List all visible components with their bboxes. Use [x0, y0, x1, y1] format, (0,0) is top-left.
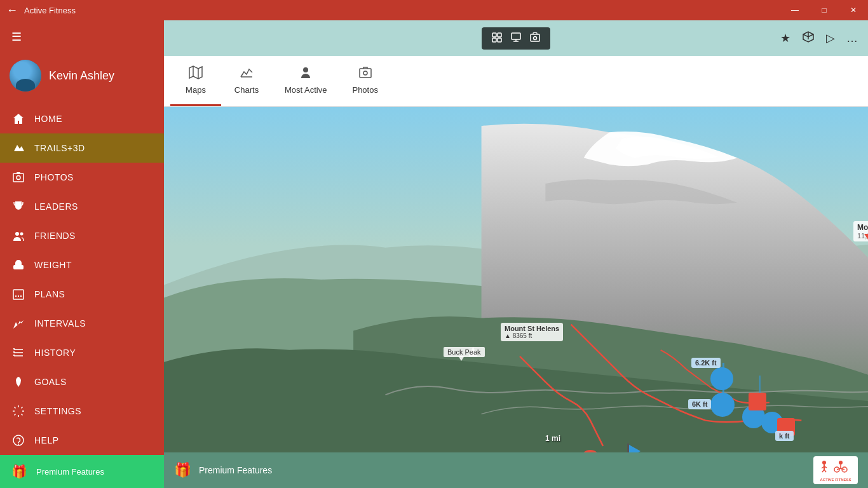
mount-st-helens-label: Mount St Helens ▲ 8365 ft: [501, 323, 563, 341]
tab-photos-label: Photos: [352, 85, 377, 95]
more-button[interactable]: …: [846, 32, 858, 45]
hamburger-button[interactable]: ☰: [0, 20, 164, 53]
tool-view-button[interactable]: [507, 31, 525, 46]
distance-label-1: 1 mi: [545, 434, 560, 443]
plans-icon: [11, 287, 25, 301]
star-button[interactable]: ★: [780, 31, 790, 45]
settings-icon: [11, 404, 25, 418]
svg-point-24: [363, 71, 367, 75]
sidebar-item-settings[interactable]: SETTINGS: [0, 396, 164, 426]
svg-point-13: [18, 444, 19, 445]
sidebar-item-history[interactable]: HISTORY: [0, 338, 164, 367]
svg-point-3: [15, 232, 19, 236]
svg-point-38: [839, 461, 843, 464]
sidebar-item-leaders[interactable]: LEADERS: [0, 192, 164, 221]
charts-tab-icon: [240, 65, 254, 83]
trophy-icon: [11, 200, 25, 214]
flag-marker[interactable]: [618, 444, 641, 452]
sidebar-item-leaders-label: LEADERS: [34, 201, 78, 212]
sidebar-item-home[interactable]: Home: [0, 104, 164, 133]
svg-rect-23: [360, 69, 371, 78]
premium-text-bottom: Premium Features: [199, 465, 272, 475]
weight-icon: [11, 258, 25, 272]
svg-rect-19: [531, 34, 539, 41]
close-button[interactable]: ✕: [839, 0, 868, 20]
svg-point-6: [18, 267, 19, 268]
user-section: Kevin Ashley: [0, 53, 164, 104]
svg-rect-18: [512, 33, 520, 39]
tab-most-active[interactable]: Most Active: [272, 56, 339, 106]
tool-photo-button[interactable]: [526, 31, 544, 46]
svg-rect-14: [492, 33, 496, 37]
sidebar-item-plans[interactable]: PLANS: [0, 280, 164, 309]
svg-text:ACTIVE FITNESS: ACTIVE FITNESS: [820, 478, 851, 482]
svg-point-22: [303, 67, 308, 72]
back-button[interactable]: ←: [6, 4, 18, 17]
sidebar: ☰ Kevin Ashley Home: [0, 20, 164, 488]
most-active-tab-icon: [299, 65, 313, 83]
tab-charts[interactable]: Charts: [221, 56, 272, 106]
svg-rect-17: [498, 38, 501, 42]
help-icon: [11, 433, 25, 447]
sidebar-item-help[interactable]: HELP: [0, 426, 164, 455]
sidebar-item-settings-label: SETTINGS: [34, 406, 81, 416]
map-area[interactable]: 1 mi 1 mi 1 mi 1 mi 1 mi 6.2K ft 6K ft k…: [164, 107, 868, 452]
sidebar-item-trails3d[interactable]: TRAILS+3D: [0, 133, 164, 163]
tab-photos[interactable]: Photos: [339, 56, 390, 106]
sidebar-item-photos[interactable]: PHOTOS: [0, 163, 164, 192]
sidebar-item-weight[interactable]: WEIGHT: [0, 250, 164, 280]
elevation-label-2: 6K ft: [688, 399, 711, 409]
photos-icon: [11, 170, 25, 184]
share-button[interactable]: ▷: [826, 31, 835, 45]
sidebar-item-plans-label: PLANS: [34, 289, 65, 299]
nav-items: Home TRAILS+3D PHOTOS: [0, 104, 164, 455]
sidebar-item-intervals[interactable]: INTERVALS: [0, 309, 164, 338]
svg-point-20: [534, 36, 537, 39]
mount-hood-arrow: [864, 234, 868, 241]
sidebar-item-trails3d-label: TRAILS+3D: [34, 143, 85, 153]
main-layout: ☰ Kevin Ashley Home: [0, 20, 868, 488]
topbar: ★ ▷ …: [164, 20, 868, 56]
svg-rect-0: [13, 173, 24, 182]
svg-point-32: [822, 461, 826, 464]
marker-red-square-1[interactable]: [749, 393, 766, 410]
buck-peak-arrow: [458, 356, 465, 361]
sidebar-item-friends-label: FRIENDS: [34, 231, 76, 241]
premium-label-sidebar: Premium Features: [36, 467, 104, 477]
premium-section-sidebar[interactable]: 🎁 Premium Features: [0, 455, 164, 488]
svg-rect-10: [13, 355, 15, 356]
bottombar: 🎁 Premium Features: [164, 452, 868, 488]
svg-rect-7: [13, 290, 24, 299]
svg-rect-16: [492, 38, 496, 42]
maximize-button[interactable]: □: [810, 0, 839, 20]
minimize-button[interactable]: —: [780, 0, 810, 20]
cube-button[interactable]: [802, 30, 815, 46]
sidebar-item-photos-label: PHOTOS: [34, 172, 74, 182]
sidebar-item-intervals-label: INTERVALS: [34, 318, 86, 329]
sidebar-item-friends[interactable]: FRIENDS: [0, 221, 164, 250]
svg-rect-29: [627, 444, 629, 452]
elevation-label-3: k ft: [775, 431, 794, 441]
svg-point-1: [17, 176, 20, 180]
sidebar-item-goals[interactable]: GOALS: [0, 367, 164, 396]
tool-select-button[interactable]: [488, 31, 506, 46]
goals-icon: [11, 375, 25, 389]
svg-point-4: [20, 233, 24, 236]
marker-blue-2[interactable]: [710, 393, 735, 417]
content-area: ★ ▷ … Maps: [164, 20, 868, 488]
marker-blue-1[interactable]: [710, 367, 733, 390]
tab-charts-label: Charts: [234, 85, 259, 95]
trails-icon: [11, 141, 25, 155]
photos-tab-icon: [358, 65, 372, 83]
sidebar-item-goals-label: GOALS: [34, 377, 67, 387]
app-title: Active Fitness: [24, 6, 76, 15]
tool-group: [482, 27, 550, 50]
sidebar-item-home-label: Home: [34, 114, 62, 124]
tabbar: Maps Charts Most Active: [164, 56, 868, 107]
home-icon: [11, 112, 25, 126]
svg-marker-30: [629, 445, 641, 452]
sidebar-item-weight-label: WEIGHT: [34, 260, 72, 270]
history-icon: [11, 346, 25, 360]
tab-maps[interactable]: Maps: [170, 56, 221, 106]
avatar: [10, 60, 41, 92]
